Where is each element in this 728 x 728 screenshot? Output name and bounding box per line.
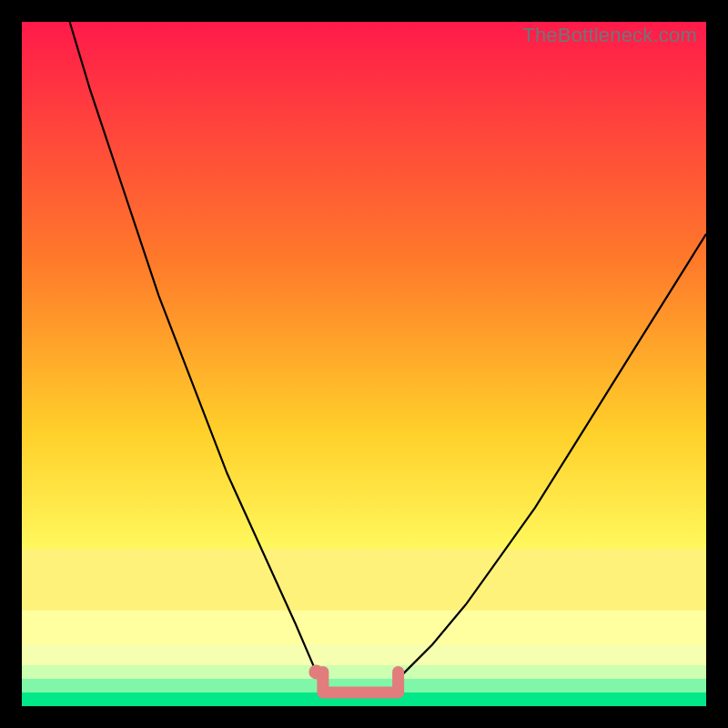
watermark-text: TheBottleneck.com [522,24,697,47]
marker-dot [308,664,323,679]
chart-frame: TheBottleneck.com [22,22,706,706]
bottleneck-chart [22,22,706,706]
bottom-color-bands [22,549,706,706]
